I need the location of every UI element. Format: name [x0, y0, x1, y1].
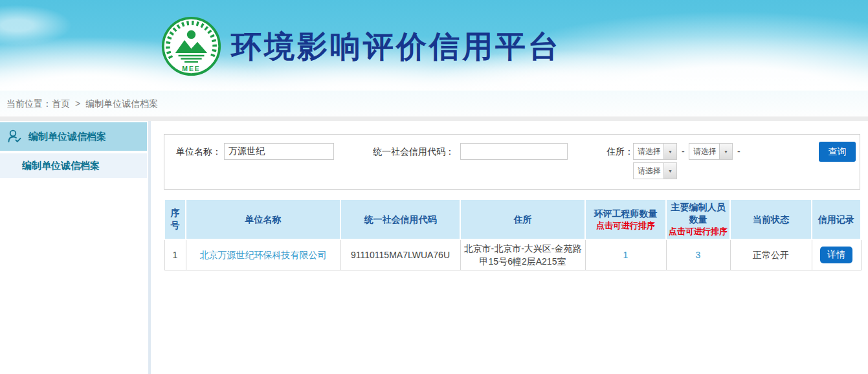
chevron-down-icon[interactable]: ▼	[663, 144, 676, 159]
address-label: 住所：	[606, 143, 634, 160]
divider-strip	[0, 116, 868, 121]
sidebar-header-label: 编制单位诚信档案	[28, 131, 106, 143]
city-select-value: 请选择	[689, 144, 719, 159]
mee-logo-text: MEE	[182, 65, 200, 72]
province-select[interactable]: 请选择 ▼	[633, 143, 677, 160]
row-index: 1	[164, 239, 186, 270]
page: MEE 环境影响评价信用平台 当前位置：首页>编制单位诚信档案 编制单位诚信档案…	[0, 0, 868, 374]
col-address: 住所	[460, 199, 585, 239]
results-table: 序号 单位名称 统一社会信用代码 住所 环评工程师数量 点击可进行排序 主要编制…	[164, 199, 862, 270]
breadcrumb: 当前位置：首页>编制单位诚信档案	[0, 91, 868, 116]
unit-name-input[interactable]	[224, 143, 334, 160]
breadcrumb-label: 当前位置：	[6, 98, 52, 109]
address-dash-1: -	[682, 143, 685, 160]
search-panel: 单位名称： 统一社会信用代码： 住所： 请选择 ▼ - 请选择 ▼ - 请选择 …	[164, 134, 860, 190]
chevron-down-icon[interactable]: ▼	[719, 144, 732, 159]
col-index: 序号	[164, 199, 186, 239]
city-select[interactable]: 请选择 ▼	[689, 143, 733, 160]
query-button[interactable]: 查询	[819, 142, 856, 162]
address-dash-2: -	[737, 143, 740, 160]
detail-button[interactable]: 详情	[820, 247, 852, 263]
col-unit-name: 单位名称	[186, 199, 340, 239]
sort-hint-staff[interactable]: 点击可进行排序	[668, 226, 728, 237]
user-check-icon	[6, 128, 23, 145]
district-select-value: 请选择	[634, 163, 663, 179]
address-cell: 北京市-北京市-大兴区-金苑路甲15号6幢2层A215室	[460, 239, 585, 270]
table-header-row: 序号 单位名称 统一社会信用代码 住所 环评工程师数量 点击可进行排序 主要编制…	[164, 199, 861, 239]
province-select-value: 请选择	[634, 144, 663, 159]
col-credit-record: 信用记录	[812, 199, 861, 239]
district-select[interactable]: 请选择 ▼	[633, 162, 677, 179]
table-row: 1 北京万源世纪环保科技有限公司 91110115MA7LWUA76U 北京市-…	[164, 239, 861, 270]
col-credit-code: 统一社会信用代码	[340, 199, 460, 239]
mee-logo-icon: MEE	[161, 16, 222, 77]
sidebar-header-item[interactable]: 编制单位诚信档案	[0, 122, 147, 151]
site-banner: MEE 环境影响评价信用平台	[0, 0, 868, 91]
col-status: 当前状态	[730, 199, 812, 239]
chevron-down-icon[interactable]: ▼	[663, 163, 676, 179]
credit-code-cell: 91110115MA7LWUA76U	[340, 239, 460, 270]
credit-code-label: 统一社会信用代码：	[373, 143, 454, 160]
col-staff-count[interactable]: 主要编制人员数量 点击可进行排序	[666, 199, 730, 239]
status-cell: 正常公开	[730, 239, 812, 270]
engineer-count-link[interactable]: 1	[623, 250, 629, 260]
credit-code-input[interactable]	[460, 143, 568, 160]
sidebar: 编制单位诚信档案 编制单位诚信档案	[0, 121, 151, 374]
breadcrumb-current: 编制单位诚信档案	[85, 98, 158, 109]
staff-count-link[interactable]: 3	[696, 250, 701, 260]
sidebar-item-label: 编制单位诚信档案	[22, 160, 100, 172]
sort-hint-engineer[interactable]: 点击可进行排序	[587, 220, 664, 232]
breadcrumb-home-link[interactable]: 首页	[52, 98, 70, 109]
main-content: 单位名称： 统一社会信用代码： 住所： 请选择 ▼ - 请选择 ▼ - 请选择 …	[151, 121, 868, 374]
site-title: 环境影响评价信用平台	[231, 16, 561, 77]
col-engineer-count[interactable]: 环评工程师数量 点击可进行排序	[585, 199, 666, 239]
sidebar-item-credit-archive[interactable]: 编制单位诚信档案	[0, 153, 147, 178]
unit-name-label: 单位名称：	[176, 143, 221, 160]
unit-name-link[interactable]: 北京万源世纪环保科技有限公司	[200, 250, 327, 260]
breadcrumb-separator: >	[75, 98, 80, 109]
